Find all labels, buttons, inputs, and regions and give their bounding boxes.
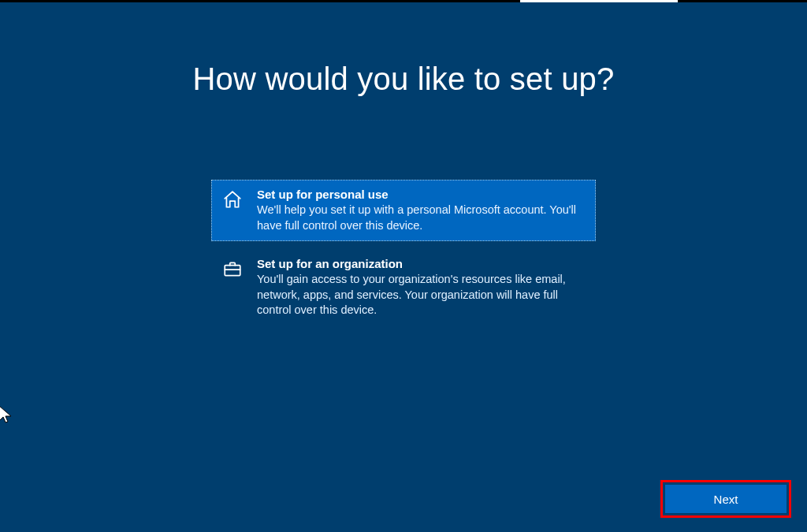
option-organization-heading: Set up for an organization (257, 257, 585, 270)
next-button-label: Next (714, 493, 738, 506)
setup-options: Set up for personal use We'll help you s… (211, 180, 596, 326)
option-organization-body: You'll gain access to your organization'… (257, 272, 585, 318)
mouse-cursor-icon (0, 405, 14, 427)
next-button-highlight: Next (660, 480, 791, 518)
briefcase-icon (222, 259, 244, 279)
option-personal-heading: Set up for personal use (257, 188, 585, 201)
home-icon (222, 189, 244, 210)
svg-rect-0 (225, 266, 240, 276)
next-button[interactable]: Next (665, 485, 787, 513)
progress-segment (520, 0, 678, 2)
progress-top-bar (0, 0, 807, 2)
option-personal-use[interactable]: Set up for personal use We'll help you s… (211, 180, 596, 241)
page-title: How would you like to set up? (0, 61, 807, 97)
option-organization[interactable]: Set up for an organization You'll gain a… (211, 249, 596, 326)
option-personal-body: We'll help you set it up with a personal… (257, 203, 585, 233)
